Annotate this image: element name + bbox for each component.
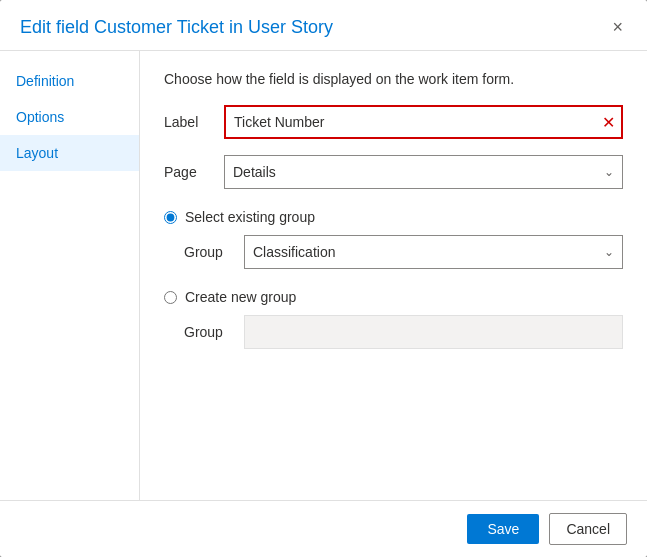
- new-group-field-label: Group: [184, 324, 244, 340]
- clear-label-button[interactable]: ✕: [600, 113, 617, 132]
- page-field-label: Page: [164, 164, 224, 180]
- create-new-group-label: Create new group: [185, 289, 296, 305]
- page-select-value: Details: [233, 164, 604, 180]
- group-row: Group Classification ⌄: [164, 235, 623, 269]
- page-select[interactable]: Details ⌄: [224, 155, 623, 189]
- select-existing-group-label: Select existing group: [185, 209, 315, 225]
- create-new-group-row: Create new group: [164, 289, 623, 305]
- group-select-value: Classification: [253, 244, 604, 260]
- main-content: Choose how the field is displayed on the…: [140, 51, 647, 500]
- select-existing-group-row: Select existing group: [164, 209, 623, 225]
- new-group-row: Group: [164, 315, 623, 349]
- dialog-title: Edit field Customer Ticket in User Story: [20, 17, 333, 38]
- sidebar-item-layout[interactable]: Layout: [0, 135, 139, 171]
- label-row: Label ✕: [164, 105, 623, 139]
- dialog-header: Edit field Customer Ticket in User Story…: [0, 0, 647, 51]
- save-button[interactable]: Save: [467, 514, 539, 544]
- sidebar-item-definition[interactable]: Definition: [0, 63, 139, 99]
- chevron-down-icon-group: ⌄: [604, 245, 614, 259]
- label-input-wrapper: ✕: [224, 105, 623, 139]
- description-text: Choose how the field is displayed on the…: [164, 71, 623, 87]
- new-group-input[interactable]: [244, 315, 623, 349]
- cancel-button[interactable]: Cancel: [549, 513, 627, 545]
- page-row: Page Details ⌄: [164, 155, 623, 189]
- dialog-footer: Save Cancel: [0, 500, 647, 557]
- label-input[interactable]: [230, 114, 600, 130]
- create-new-group-radio[interactable]: [164, 291, 177, 304]
- dialog-body: Definition Options Layout Choose how the…: [0, 51, 647, 500]
- chevron-down-icon: ⌄: [604, 165, 614, 179]
- sidebar-item-options[interactable]: Options: [0, 99, 139, 135]
- label-field-label: Label: [164, 114, 224, 130]
- sidebar: Definition Options Layout: [0, 51, 140, 500]
- edit-field-dialog: Edit field Customer Ticket in User Story…: [0, 0, 647, 557]
- group-select[interactable]: Classification ⌄: [244, 235, 623, 269]
- group-field-label: Group: [184, 244, 244, 260]
- close-button[interactable]: ×: [608, 16, 627, 38]
- select-existing-group-radio[interactable]: [164, 211, 177, 224]
